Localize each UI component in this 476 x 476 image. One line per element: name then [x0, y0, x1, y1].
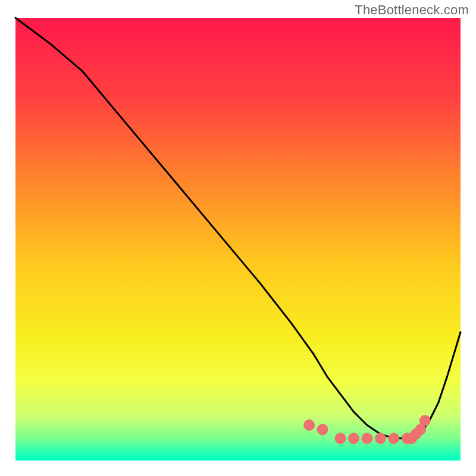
chart-frame: TheBottleneck.com — [0, 0, 476, 476]
marker-dot — [349, 433, 359, 444]
marker-dot — [335, 433, 346, 444]
marker-dot — [389, 433, 399, 444]
heatmap-background — [15, 18, 461, 461]
watermark-label: TheBottleneck.com — [355, 2, 469, 18]
marker-dot — [419, 415, 430, 426]
marker-dot — [304, 420, 315, 431]
bottleneck-chart — [0, 0, 476, 476]
marker-dot — [375, 433, 386, 444]
marker-dot — [362, 433, 372, 444]
marker-dot — [317, 424, 328, 435]
